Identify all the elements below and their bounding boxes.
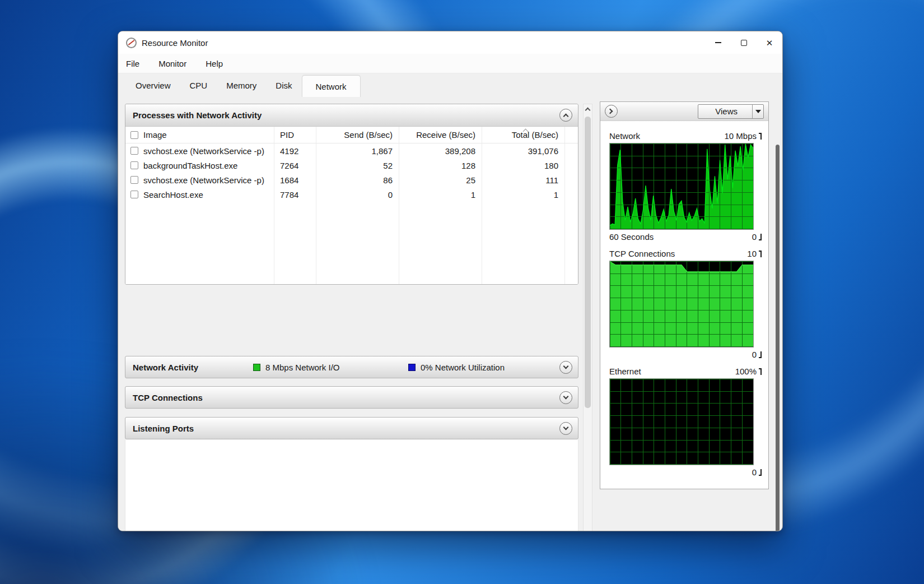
tcp-connections-bar[interactable]: TCP Connections <box>125 386 578 409</box>
process-pid: 4192 <box>274 146 316 156</box>
network-tab-content: Processes with Network Activity Image PI… <box>118 97 782 531</box>
maximize-button[interactable] <box>731 31 757 54</box>
green-swatch-icon <box>253 364 260 371</box>
process-checkbox[interactable] <box>130 147 138 155</box>
axis-bracket-icon <box>759 251 762 257</box>
minimize-button[interactable] <box>705 31 731 54</box>
expand-listening-ports-button[interactable] <box>559 422 572 435</box>
resource-monitor-window: Resource Monitor ✕ File Monitor Help Ove… <box>118 31 783 531</box>
process-checkbox[interactable] <box>130 176 138 184</box>
column-header-receive[interactable]: Receive (B/sec) <box>399 130 482 140</box>
table-row[interactable]: backgroundTaskHost.exe 7264 52 128 180 <box>125 158 578 173</box>
graphs-side-panel: Views Network 10 Mbps 60 Seconds 0 <box>600 101 769 489</box>
tab-memory[interactable]: Memory <box>217 73 266 97</box>
chart-max-label: 10 <box>747 249 757 258</box>
collapse-processes-button[interactable] <box>559 109 572 122</box>
dropdown-arrow-icon <box>755 110 761 113</box>
column-header-pid[interactable]: PID <box>274 130 316 140</box>
axis-bracket-icon <box>759 469 762 476</box>
collapse-panel-button[interactable] <box>605 105 618 118</box>
network-activity-bar[interactable]: Network Activity 8 Mbps Network I/O 0% N… <box>125 356 578 378</box>
process-total: 111 <box>482 175 564 185</box>
close-icon: ✕ <box>766 39 773 47</box>
chart-title-tcp: TCP Connections <box>609 249 675 258</box>
expand-tcp-connections-button[interactable] <box>559 391 572 404</box>
process-send: 1,867 <box>316 146 399 156</box>
tab-network[interactable]: Network <box>302 75 361 97</box>
process-total: 1 <box>482 190 564 200</box>
minimize-icon <box>715 42 721 43</box>
table-row[interactable]: svchost.exe (NetworkService -p) 1684 86 … <box>125 173 578 187</box>
expand-network-activity-button[interactable] <box>559 361 572 374</box>
tab-cpu[interactable]: CPU <box>180 73 217 97</box>
process-image: svchost.exe (NetworkService -p) <box>143 175 264 185</box>
process-pid: 7264 <box>274 161 316 170</box>
processes-table: Image PID Send (B/sec) Receive (B/sec) T… <box>125 127 578 284</box>
scroll-up-icon[interactable] <box>585 108 591 113</box>
chart-max-label: 100% <box>735 367 757 376</box>
views-dropdown-arrow[interactable] <box>752 105 763 118</box>
chart-min-label: 0 <box>752 467 757 477</box>
listening-ports-bar[interactable]: Listening Ports <box>125 417 578 439</box>
process-send: 52 <box>316 161 399 170</box>
select-all-checkbox[interactable] <box>130 131 138 139</box>
process-checkbox[interactable] <box>130 161 138 169</box>
close-button[interactable]: ✕ <box>757 31 782 54</box>
window-scrollbar-thumb[interactable] <box>776 145 780 531</box>
process-image: backgroundTaskHost.exe <box>143 161 237 170</box>
blue-swatch-icon <box>408 364 416 371</box>
process-send: 86 <box>316 175 399 185</box>
menu-file[interactable]: File <box>126 59 139 68</box>
desktop-background: Resource Monitor ✕ File Monitor Help Ove… <box>0 0 924 584</box>
process-receive: 25 <box>399 175 482 185</box>
menu-help[interactable]: Help <box>206 59 223 68</box>
table-row[interactable]: svchost.exe (NetworkService -p) 4192 1,8… <box>125 143 578 158</box>
axis-bracket-icon <box>759 234 762 240</box>
table-row[interactable]: SearchHost.exe 7784 0 1 1 <box>125 187 578 202</box>
processes-section-header[interactable]: Processes with Network Activity <box>125 104 578 127</box>
process-image: svchost.exe (NetworkService -p) <box>143 146 264 156</box>
column-header-image[interactable]: Image <box>143 130 167 140</box>
legend-network-io: 8 Mbps Network I/O <box>253 363 340 372</box>
resource-monitor-app-icon <box>126 38 137 48</box>
process-send: 0 <box>316 190 399 200</box>
ethernet-usage-graph <box>609 378 754 465</box>
axis-bracket-icon <box>759 133 762 140</box>
processes-section: Processes with Network Activity Image PI… <box>125 104 578 285</box>
listening-ports-title: Listening Ports <box>133 424 194 433</box>
processes-section-title: Processes with Network Activity <box>133 110 262 120</box>
scrollbar-thumb[interactable] <box>585 117 591 408</box>
column-header-send[interactable]: Send (B/sec) <box>316 130 399 140</box>
axis-bracket-icon <box>759 351 762 358</box>
menu-monitor[interactable]: Monitor <box>158 59 186 68</box>
process-receive: 1 <box>399 190 482 200</box>
chart-max-label: 10 Mbps <box>724 131 757 141</box>
process-image: SearchHost.exe <box>143 190 203 200</box>
chart-min-label: 0 <box>752 350 757 359</box>
tcp-chart-block: TCP Connections 10 0 <box>609 247 760 361</box>
process-total: 180 <box>482 161 564 170</box>
tab-disk[interactable]: Disk <box>266 73 301 97</box>
ethernet-chart-block: Ethernet 100% 0 <box>609 364 760 479</box>
vertical-scrollbar[interactable] <box>583 104 592 531</box>
chevron-up-icon <box>563 114 569 119</box>
window-title: Resource Monitor <box>142 38 208 48</box>
charts-container: Network 10 Mbps 60 Seconds 0 TCP Connect… <box>600 121 768 479</box>
process-receive: 389,208 <box>399 146 482 156</box>
axis-bracket-icon <box>759 368 762 375</box>
tab-overview[interactable]: Overview <box>126 73 180 97</box>
chart-title-network: Network <box>609 131 640 141</box>
views-label: Views <box>698 105 752 118</box>
column-header-total[interactable]: Total (B/sec) <box>482 130 564 140</box>
process-checkbox[interactable] <box>130 191 138 198</box>
process-pid: 7784 <box>274 190 316 200</box>
network-usage-graph <box>609 143 754 230</box>
process-receive: 128 <box>399 161 482 170</box>
side-panel-toolbar: Views <box>600 102 768 121</box>
views-dropdown[interactable]: Views <box>698 104 764 119</box>
title-bar[interactable]: Resource Monitor ✕ <box>118 31 782 54</box>
chevron-down-icon <box>563 424 569 430</box>
menu-bar: File Monitor Help <box>118 54 782 73</box>
network-activity-title: Network Activity <box>133 363 198 372</box>
chart-x-label: 60 Seconds <box>609 232 654 242</box>
